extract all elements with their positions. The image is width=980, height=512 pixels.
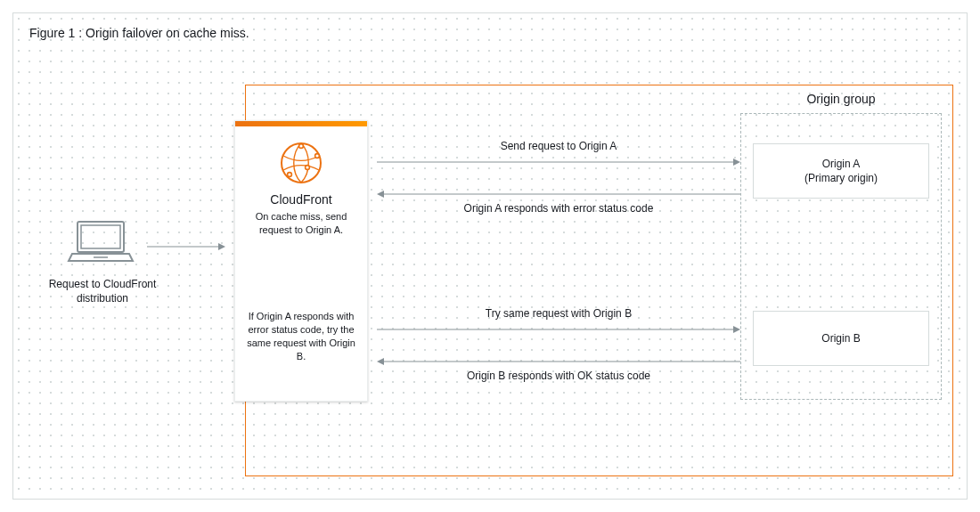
cloudfront-subtitle-2: If Origin A responds with error status c…: [246, 310, 356, 362]
svg-point-4: [282, 143, 321, 183]
origin-b-name: Origin B: [821, 331, 860, 345]
svg-rect-0: [78, 222, 124, 252]
cloudfront-subtitle-1: On cache miss, send request to Origin A.: [246, 210, 356, 237]
svg-point-7: [288, 173, 292, 177]
laptop-icon: [67, 218, 135, 264]
diagram-canvas: Figure 1 : Origin failover on cache miss…: [12, 12, 968, 500]
cloudfront-card: CloudFront On cache miss, send request t…: [234, 120, 368, 402]
arrow-from-origin-b: [377, 355, 740, 368]
arrow-to-origin-a: [377, 156, 740, 168]
origin-b-box: Origin B: [753, 311, 929, 366]
arrow-label-from-origin-b: Origin B responds with OK status code: [377, 370, 740, 382]
origin-a-name: Origin A: [804, 157, 878, 171]
cloudfront-title: CloudFront: [235, 192, 367, 207]
client-label: Request to CloudFront distribution: [40, 277, 165, 305]
origin-group-title: Origin group: [740, 92, 942, 106]
arrow-from-origin-a: [377, 188, 740, 200]
arrow-label-to-origin-b: Try same request with Origin B: [377, 307, 740, 320]
arrow-label-from-origin-a: Origin A responds with error status code: [377, 202, 740, 215]
svg-point-8: [306, 166, 310, 170]
cloudfront-icon: [235, 141, 367, 185]
svg-point-5: [299, 144, 304, 149]
arrow-to-origin-b: [377, 323, 740, 336]
arrow-client-to-cloudfront: [147, 240, 225, 250]
arrow-label-to-origin-a: Send request to Origin A: [377, 140, 740, 152]
origin-a-box: Origin A (Primary origin): [753, 143, 929, 199]
figure-title: Figure 1 : Origin failover on cache miss…: [29, 26, 249, 40]
svg-rect-1: [81, 225, 120, 248]
origin-a-role: (Primary origin): [804, 171, 878, 185]
svg-point-6: [315, 154, 320, 158]
